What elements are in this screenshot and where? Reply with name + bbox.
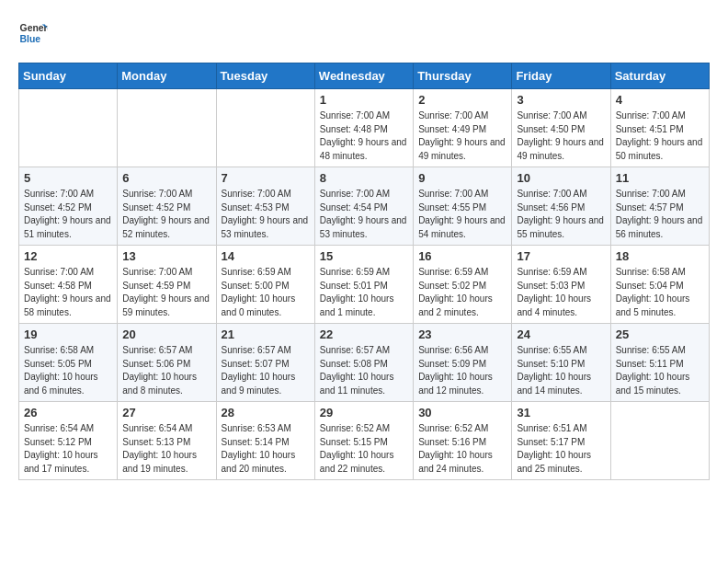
calendar-cell — [216, 89, 314, 167]
calendar-cell: 7Sunrise: 7:00 AM Sunset: 4:53 PM Daylig… — [216, 167, 314, 246]
day-number: 13 — [122, 249, 210, 263]
calendar-cell: 31Sunrise: 6:51 AM Sunset: 5:17 PM Dayli… — [512, 402, 610, 480]
calendar-cell: 27Sunrise: 6:54 AM Sunset: 5:13 PM Dayli… — [118, 402, 216, 480]
calendar-week-row: 19Sunrise: 6:58 AM Sunset: 5:05 PM Dayli… — [19, 324, 710, 402]
day-info: Sunrise: 6:59 AM Sunset: 5:02 PM Dayligh… — [418, 266, 506, 319]
calendar-cell — [19, 89, 118, 167]
weekday-header: Friday — [512, 63, 610, 89]
calendar-cell: 6Sunrise: 7:00 AM Sunset: 4:52 PM Daylig… — [118, 167, 216, 246]
calendar-cell: 28Sunrise: 6:53 AM Sunset: 5:14 PM Dayli… — [216, 402, 314, 480]
day-number: 16 — [418, 249, 506, 263]
calendar-table: SundayMondayTuesdayWednesdayThursdayFrid… — [18, 63, 710, 480]
calendar-week-row: 5Sunrise: 7:00 AM Sunset: 4:52 PM Daylig… — [19, 167, 710, 246]
calendar-cell: 15Sunrise: 6:59 AM Sunset: 5:01 PM Dayli… — [314, 246, 413, 324]
calendar-cell: 20Sunrise: 6:57 AM Sunset: 5:06 PM Dayli… — [118, 324, 216, 402]
calendar-cell: 9Sunrise: 7:00 AM Sunset: 4:55 PM Daylig… — [414, 167, 512, 246]
calendar-cell: 29Sunrise: 6:52 AM Sunset: 5:15 PM Dayli… — [314, 402, 413, 480]
calendar-cell: 10Sunrise: 7:00 AM Sunset: 4:56 PM Dayli… — [512, 167, 610, 246]
calendar-cell: 14Sunrise: 6:59 AM Sunset: 5:00 PM Dayli… — [216, 246, 314, 324]
day-number: 9 — [418, 171, 506, 185]
day-number: 27 — [122, 406, 210, 419]
logo-icon: General Blue — [18, 18, 48, 48]
day-number: 5 — [24, 171, 112, 185]
calendar-body: 1Sunrise: 7:00 AM Sunset: 4:48 PM Daylig… — [19, 89, 710, 480]
day-info: Sunrise: 6:57 AM Sunset: 5:06 PM Dayligh… — [122, 344, 210, 397]
calendar-cell: 5Sunrise: 7:00 AM Sunset: 4:52 PM Daylig… — [19, 167, 118, 246]
day-number: 25 — [616, 327, 704, 341]
day-info: Sunrise: 6:58 AM Sunset: 5:05 PM Dayligh… — [24, 344, 112, 397]
day-info: Sunrise: 7:00 AM Sunset: 4:48 PM Dayligh… — [320, 109, 408, 163]
calendar-cell: 8Sunrise: 7:00 AM Sunset: 4:54 PM Daylig… — [314, 167, 413, 246]
calendar-cell: 18Sunrise: 6:58 AM Sunset: 5:04 PM Dayli… — [610, 246, 709, 324]
calendar-cell: 2Sunrise: 7:00 AM Sunset: 4:49 PM Daylig… — [414, 89, 512, 167]
calendar-cell: 3Sunrise: 7:00 AM Sunset: 4:50 PM Daylig… — [512, 89, 610, 167]
day-info: Sunrise: 6:52 AM Sunset: 5:16 PM Dayligh… — [418, 422, 506, 476]
calendar-cell: 30Sunrise: 6:52 AM Sunset: 5:16 PM Dayli… — [414, 402, 512, 480]
day-info: Sunrise: 7:00 AM Sunset: 4:58 PM Dayligh… — [24, 266, 112, 319]
day-info: Sunrise: 7:00 AM Sunset: 4:51 PM Dayligh… — [616, 109, 704, 163]
calendar-cell: 11Sunrise: 7:00 AM Sunset: 4:57 PM Dayli… — [610, 167, 709, 246]
calendar-cell — [118, 89, 216, 167]
day-info: Sunrise: 7:00 AM Sunset: 4:50 PM Dayligh… — [517, 109, 605, 163]
weekday-header: Thursday — [414, 63, 512, 89]
day-number: 18 — [616, 249, 704, 263]
day-number: 4 — [616, 93, 704, 107]
day-number: 17 — [517, 249, 605, 263]
calendar-cell: 1Sunrise: 7:00 AM Sunset: 4:48 PM Daylig… — [314, 89, 413, 167]
day-number: 3 — [517, 93, 605, 107]
day-number: 14 — [222, 249, 310, 263]
weekday-header: Monday — [118, 63, 216, 89]
calendar-cell: 13Sunrise: 7:00 AM Sunset: 4:59 PM Dayli… — [118, 246, 216, 324]
day-info: Sunrise: 6:54 AM Sunset: 5:13 PM Dayligh… — [122, 422, 210, 476]
day-info: Sunrise: 6:57 AM Sunset: 5:08 PM Dayligh… — [320, 344, 408, 397]
day-number: 24 — [517, 327, 605, 341]
day-number: 26 — [24, 406, 112, 419]
day-info: Sunrise: 6:56 AM Sunset: 5:09 PM Dayligh… — [418, 344, 506, 397]
day-info: Sunrise: 6:55 AM Sunset: 5:11 PM Dayligh… — [616, 344, 704, 397]
day-number: 19 — [24, 327, 112, 341]
weekday-header: Tuesday — [216, 63, 314, 89]
weekday-header: Saturday — [610, 63, 709, 89]
day-number: 12 — [24, 249, 112, 263]
calendar-cell: 21Sunrise: 6:57 AM Sunset: 5:07 PM Dayli… — [216, 324, 314, 402]
day-number: 15 — [320, 249, 408, 263]
day-number: 11 — [616, 171, 704, 185]
calendar-week-row: 1Sunrise: 7:00 AM Sunset: 4:48 PM Daylig… — [19, 89, 710, 167]
weekday-header-row: SundayMondayTuesdayWednesdayThursdayFrid… — [19, 63, 710, 89]
calendar-cell: 16Sunrise: 6:59 AM Sunset: 5:02 PM Dayli… — [414, 246, 512, 324]
weekday-header: Wednesday — [314, 63, 413, 89]
day-number: 8 — [320, 171, 408, 185]
day-info: Sunrise: 7:00 AM Sunset: 4:56 PM Dayligh… — [517, 188, 605, 241]
day-info: Sunrise: 6:59 AM Sunset: 5:00 PM Dayligh… — [222, 266, 310, 319]
calendar-cell: 19Sunrise: 6:58 AM Sunset: 5:05 PM Dayli… — [19, 324, 118, 402]
day-info: Sunrise: 7:00 AM Sunset: 4:59 PM Dayligh… — [122, 266, 210, 319]
logo: General Blue — [18, 18, 48, 48]
day-number: 1 — [320, 93, 408, 107]
day-info: Sunrise: 6:53 AM Sunset: 5:14 PM Dayligh… — [222, 422, 310, 476]
calendar-cell: 23Sunrise: 6:56 AM Sunset: 5:09 PM Dayli… — [414, 324, 512, 402]
calendar-cell: 24Sunrise: 6:55 AM Sunset: 5:10 PM Dayli… — [512, 324, 610, 402]
day-info: Sunrise: 6:59 AM Sunset: 5:03 PM Dayligh… — [517, 266, 605, 319]
calendar-week-row: 26Sunrise: 6:54 AM Sunset: 5:12 PM Dayli… — [19, 402, 710, 480]
day-number: 20 — [122, 327, 210, 341]
day-info: Sunrise: 6:57 AM Sunset: 5:07 PM Dayligh… — [222, 344, 310, 397]
day-number: 31 — [517, 406, 605, 419]
weekday-header: Sunday — [19, 63, 118, 89]
day-info: Sunrise: 6:59 AM Sunset: 5:01 PM Dayligh… — [320, 266, 408, 319]
day-info: Sunrise: 7:00 AM Sunset: 4:49 PM Dayligh… — [418, 109, 506, 163]
day-info: Sunrise: 7:00 AM Sunset: 4:54 PM Dayligh… — [320, 188, 408, 241]
day-info: Sunrise: 7:00 AM Sunset: 4:57 PM Dayligh… — [616, 188, 704, 241]
day-info: Sunrise: 6:54 AM Sunset: 5:12 PM Dayligh… — [24, 422, 112, 476]
day-info: Sunrise: 6:55 AM Sunset: 5:10 PM Dayligh… — [517, 344, 605, 397]
svg-text:Blue: Blue — [20, 34, 41, 44]
page-header: General Blue — [18, 18, 710, 48]
day-number: 29 — [320, 406, 408, 419]
day-number: 21 — [222, 327, 310, 341]
day-info: Sunrise: 7:00 AM Sunset: 4:52 PM Dayligh… — [24, 188, 112, 241]
day-info: Sunrise: 7:00 AM Sunset: 4:53 PM Dayligh… — [222, 188, 310, 241]
day-info: Sunrise: 6:51 AM Sunset: 5:17 PM Dayligh… — [517, 422, 605, 476]
day-number: 6 — [122, 171, 210, 185]
calendar-cell — [610, 402, 709, 480]
day-info: Sunrise: 6:58 AM Sunset: 5:04 PM Dayligh… — [616, 266, 704, 319]
day-number: 22 — [320, 327, 408, 341]
